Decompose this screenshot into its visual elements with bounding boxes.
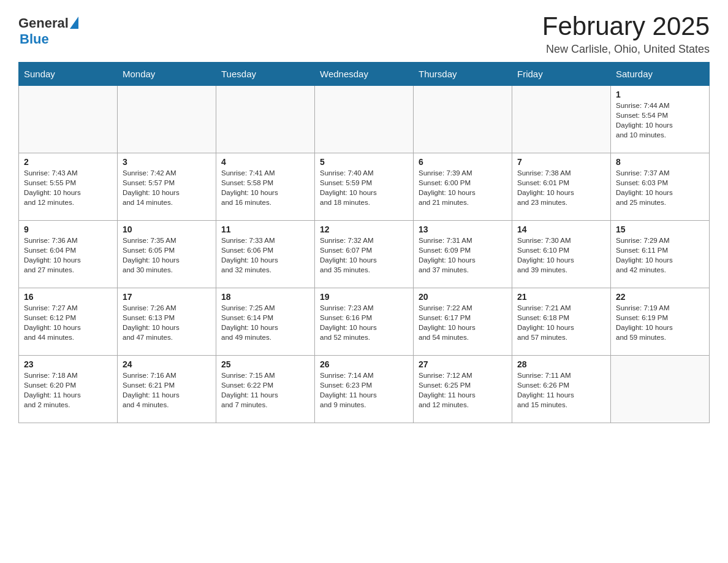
logo-text-blue: Blue — [20, 31, 49, 47]
calendar-day-cell: 15Sunrise: 7:29 AMSunset: 6:11 PMDayligh… — [611, 221, 710, 288]
day-info: Sunrise: 7:32 AMSunset: 6:07 PMDaylight:… — [320, 236, 408, 275]
calendar-day-cell: 8Sunrise: 7:37 AMSunset: 6:03 PMDaylight… — [611, 153, 710, 221]
day-info: Sunrise: 7:27 AMSunset: 6:12 PMDaylight:… — [24, 303, 112, 342]
calendar-day-cell: 6Sunrise: 7:39 AMSunset: 6:00 PMDaylight… — [414, 153, 512, 221]
calendar-day-cell — [512, 86, 611, 153]
calendar-day-header: Tuesday — [216, 63, 315, 86]
day-info: Sunrise: 7:30 AMSunset: 6:10 PMDaylight:… — [517, 236, 605, 275]
calendar-day-cell: 4Sunrise: 7:41 AMSunset: 5:58 PMDaylight… — [216, 153, 315, 221]
calendar-day-cell — [19, 86, 118, 153]
calendar-day-cell: 26Sunrise: 7:14 AMSunset: 6:23 PMDayligh… — [315, 356, 414, 423]
day-number: 25 — [221, 359, 309, 369]
day-number: 3 — [123, 157, 211, 167]
day-number: 11 — [221, 224, 309, 234]
calendar-day-cell: 9Sunrise: 7:36 AMSunset: 6:04 PMDaylight… — [19, 221, 118, 288]
day-number: 28 — [517, 359, 605, 369]
day-info: Sunrise: 7:44 AMSunset: 5:54 PMDaylight:… — [616, 101, 704, 140]
day-info: Sunrise: 7:31 AMSunset: 6:09 PMDaylight:… — [419, 236, 507, 275]
day-number: 8 — [616, 157, 704, 167]
calendar-day-cell: 25Sunrise: 7:15 AMSunset: 6:22 PMDayligh… — [216, 356, 315, 423]
day-number: 22 — [616, 292, 704, 302]
day-info: Sunrise: 7:14 AMSunset: 6:23 PMDaylight:… — [320, 370, 408, 410]
calendar-day-header: Saturday — [611, 63, 710, 86]
day-info: Sunrise: 7:42 AMSunset: 5:57 PMDaylight:… — [123, 168, 211, 207]
day-number: 13 — [419, 224, 507, 234]
day-number: 19 — [320, 292, 408, 302]
logo: General Blue — [18, 15, 78, 47]
day-number: 5 — [320, 157, 408, 167]
day-info: Sunrise: 7:36 AMSunset: 6:04 PMDaylight:… — [24, 236, 112, 275]
day-info: Sunrise: 7:25 AMSunset: 6:14 PMDaylight:… — [221, 303, 309, 342]
day-number: 1 — [616, 90, 704, 99]
calendar-day-cell: 11Sunrise: 7:33 AMSunset: 6:06 PMDayligh… — [216, 221, 315, 288]
month-title: February 2025 — [542, 12, 710, 40]
calendar-day-cell: 14Sunrise: 7:30 AMSunset: 6:10 PMDayligh… — [512, 221, 611, 288]
calendar-day-header: Monday — [118, 63, 216, 86]
calendar-day-cell: 16Sunrise: 7:27 AMSunset: 6:12 PMDayligh… — [19, 288, 118, 356]
calendar-day-header: Sunday — [19, 63, 118, 86]
calendar-day-cell: 1Sunrise: 7:44 AMSunset: 5:54 PMDaylight… — [611, 86, 710, 153]
calendar-day-cell — [118, 86, 216, 153]
day-info: Sunrise: 7:15 AMSunset: 6:22 PMDaylight:… — [221, 370, 309, 410]
day-info: Sunrise: 7:16 AMSunset: 6:21 PMDaylight:… — [123, 370, 211, 410]
calendar-week-row: 1Sunrise: 7:44 AMSunset: 5:54 PMDaylight… — [19, 86, 710, 153]
calendar-day-cell — [611, 356, 710, 423]
calendar-day-cell: 2Sunrise: 7:43 AMSunset: 5:55 PMDaylight… — [19, 153, 118, 221]
calendar-week-row: 2Sunrise: 7:43 AMSunset: 5:55 PMDaylight… — [19, 153, 710, 221]
day-info: Sunrise: 7:22 AMSunset: 6:17 PMDaylight:… — [419, 303, 507, 342]
day-number: 21 — [517, 292, 605, 302]
day-info: Sunrise: 7:40 AMSunset: 5:59 PMDaylight:… — [320, 168, 408, 207]
calendar-day-cell: 12Sunrise: 7:32 AMSunset: 6:07 PMDayligh… — [315, 221, 414, 288]
day-info: Sunrise: 7:12 AMSunset: 6:25 PMDaylight:… — [419, 370, 507, 410]
calendar-day-cell: 5Sunrise: 7:40 AMSunset: 5:59 PMDaylight… — [315, 153, 414, 221]
calendar-day-cell: 13Sunrise: 7:31 AMSunset: 6:09 PMDayligh… — [414, 221, 512, 288]
page-header: General Blue February 2025 New Carlisle,… — [18, 12, 710, 56]
day-info: Sunrise: 7:26 AMSunset: 6:13 PMDaylight:… — [123, 303, 211, 342]
day-info: Sunrise: 7:37 AMSunset: 6:03 PMDaylight:… — [616, 168, 704, 207]
day-number: 17 — [123, 292, 211, 302]
day-info: Sunrise: 7:41 AMSunset: 5:58 PMDaylight:… — [221, 168, 309, 207]
calendar-day-cell — [414, 86, 512, 153]
calendar-day-cell: 18Sunrise: 7:25 AMSunset: 6:14 PMDayligh… — [216, 288, 315, 356]
day-info: Sunrise: 7:43 AMSunset: 5:55 PMDaylight:… — [24, 168, 112, 207]
day-number: 15 — [616, 224, 704, 234]
day-number: 18 — [221, 292, 309, 302]
day-number: 16 — [24, 292, 112, 302]
location-title: New Carlisle, Ohio, United States — [542, 43, 710, 56]
day-info: Sunrise: 7:19 AMSunset: 6:19 PMDaylight:… — [616, 303, 704, 342]
day-number: 4 — [221, 157, 309, 167]
day-number: 24 — [123, 359, 211, 369]
day-info: Sunrise: 7:35 AMSunset: 6:05 PMDaylight:… — [123, 236, 211, 275]
day-info: Sunrise: 7:18 AMSunset: 6:20 PMDaylight:… — [24, 370, 112, 410]
calendar-day-cell — [315, 86, 414, 153]
day-info: Sunrise: 7:23 AMSunset: 6:16 PMDaylight:… — [320, 303, 408, 342]
calendar-week-row: 9Sunrise: 7:36 AMSunset: 6:04 PMDaylight… — [19, 221, 710, 288]
day-number: 27 — [419, 359, 507, 369]
calendar-header-row: SundayMondayTuesdayWednesdayThursdayFrid… — [19, 63, 710, 86]
calendar-day-cell — [216, 86, 315, 153]
day-number: 26 — [320, 359, 408, 369]
calendar-day-header: Thursday — [414, 63, 512, 86]
calendar-day-cell: 23Sunrise: 7:18 AMSunset: 6:20 PMDayligh… — [19, 356, 118, 423]
day-info: Sunrise: 7:11 AMSunset: 6:26 PMDaylight:… — [517, 370, 605, 410]
calendar-day-cell: 20Sunrise: 7:22 AMSunset: 6:17 PMDayligh… — [414, 288, 512, 356]
day-number: 23 — [24, 359, 112, 369]
calendar-day-header: Friday — [512, 63, 611, 86]
calendar-day-cell: 22Sunrise: 7:19 AMSunset: 6:19 PMDayligh… — [611, 288, 710, 356]
logo-text-general: General — [18, 15, 69, 31]
day-number: 12 — [320, 224, 408, 234]
day-number: 14 — [517, 224, 605, 234]
calendar-day-cell: 27Sunrise: 7:12 AMSunset: 6:25 PMDayligh… — [414, 356, 512, 423]
calendar-day-cell: 17Sunrise: 7:26 AMSunset: 6:13 PMDayligh… — [118, 288, 216, 356]
day-number: 7 — [517, 157, 605, 167]
logo-triangle-icon — [70, 17, 78, 29]
calendar-table: SundayMondayTuesdayWednesdayThursdayFrid… — [18, 62, 710, 423]
day-info: Sunrise: 7:38 AMSunset: 6:01 PMDaylight:… — [517, 168, 605, 207]
calendar-week-row: 16Sunrise: 7:27 AMSunset: 6:12 PMDayligh… — [19, 288, 710, 356]
calendar-day-cell: 19Sunrise: 7:23 AMSunset: 6:16 PMDayligh… — [315, 288, 414, 356]
day-info: Sunrise: 7:29 AMSunset: 6:11 PMDaylight:… — [616, 236, 704, 275]
day-number: 2 — [24, 157, 112, 167]
calendar-day-cell: 21Sunrise: 7:21 AMSunset: 6:18 PMDayligh… — [512, 288, 611, 356]
day-info: Sunrise: 7:39 AMSunset: 6:00 PMDaylight:… — [419, 168, 507, 207]
title-section: February 2025 New Carlisle, Ohio, United… — [542, 12, 710, 56]
